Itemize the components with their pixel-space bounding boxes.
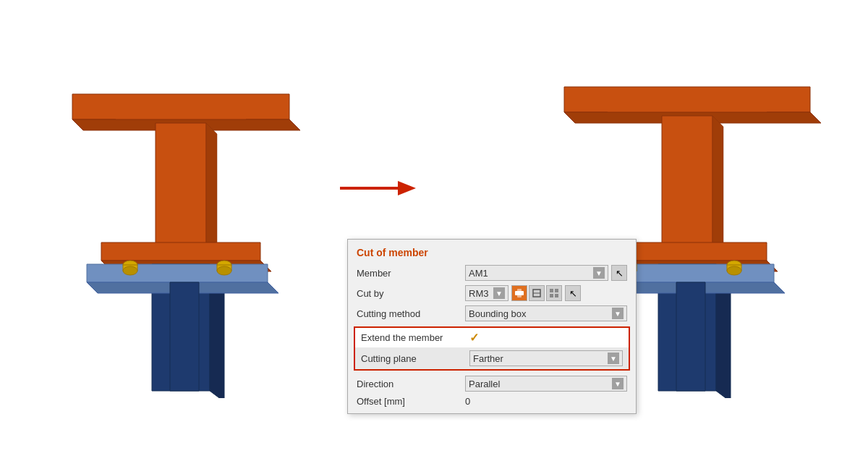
svg-marker-8 <box>87 264 268 282</box>
svg-point-13 <box>123 266 137 275</box>
cut-by-cursor-icon[interactable]: ↖ <box>565 285 581 301</box>
cut-by-icon-3[interactable] <box>546 285 562 301</box>
cutting-plane-row: Cutting plane Farther ▼ <box>355 347 629 369</box>
cutting-plane-select[interactable]: Farther ▼ <box>469 350 623 366</box>
cut-by-icon-2[interactable] <box>529 285 545 301</box>
cut-by-row: Cut by RM3 ▼ ↖ <box>348 283 636 303</box>
svg-rect-42 <box>550 294 553 297</box>
direction-label: Direction <box>357 379 465 389</box>
direction-select[interactable]: Parallel ▼ <box>465 376 627 392</box>
svg-marker-19 <box>564 87 810 116</box>
cut-of-member-dialog: Cut of member Member AM1 ▼ ↖ Cut by RM3 … <box>347 239 637 414</box>
extend-member-check: ✓ <box>469 331 623 345</box>
svg-marker-10 <box>170 282 199 391</box>
direction-row: Direction Parallel ▼ <box>348 373 636 394</box>
svg-marker-18 <box>398 181 416 195</box>
cutting-plane-dropdown-arrow[interactable]: ▼ <box>608 352 619 364</box>
cut-by-toolbar <box>511 285 562 301</box>
svg-rect-40 <box>550 289 553 292</box>
cut-by-dropdown-arrow[interactable]: ▼ <box>493 287 505 299</box>
left-beam-svg <box>43 36 318 398</box>
cutting-method-value: Bounding box <box>469 308 612 319</box>
member-row: Member AM1 ▼ ↖ <box>348 263 636 283</box>
dialog-title: Cut of member <box>348 240 636 263</box>
member-dropdown-arrow[interactable]: ▼ <box>593 267 605 279</box>
svg-marker-0 <box>72 94 289 123</box>
offset-row: Offset [mm] 0 <box>348 394 636 409</box>
svg-rect-41 <box>555 289 558 292</box>
member-cursor-icon[interactable]: ↖ <box>611 265 627 281</box>
arrow-svg <box>333 174 420 203</box>
member-select[interactable]: AM1 ▼ <box>465 265 608 281</box>
cut-by-select[interactable]: RM3 ▼ <box>465 285 509 301</box>
cutting-method-label: Cutting method <box>357 308 465 319</box>
offset-label: Offset [mm] <box>357 396 465 407</box>
member-value: AM1 <box>469 268 593 279</box>
cut-by-label: Cut by <box>357 288 465 299</box>
direction-value: Parallel <box>469 379 612 389</box>
svg-marker-29 <box>676 282 705 391</box>
cut-by-icon-1[interactable] <box>511 285 527 301</box>
svg-marker-21 <box>662 116 712 246</box>
svg-marker-4 <box>101 242 260 261</box>
cut-by-value: RM3 <box>469 288 493 299</box>
extend-member-row: Extend the member ✓ <box>355 328 629 347</box>
cutting-method-dropdown-arrow[interactable]: ▼ <box>612 308 624 319</box>
svg-marker-3 <box>206 123 217 257</box>
left-beam <box>43 36 318 398</box>
svg-rect-43 <box>555 294 558 297</box>
svg-point-16 <box>217 266 231 275</box>
cutting-plane-value: Farther <box>473 353 608 364</box>
svg-point-35 <box>727 266 741 275</box>
cutting-plane-label: Cutting plane <box>361 353 469 364</box>
direction-dropdown-arrow[interactable]: ▼ <box>612 378 624 389</box>
offset-value: 0 <box>465 396 627 407</box>
checkmark-icon: ✓ <box>469 332 479 344</box>
transition-arrow <box>333 174 420 203</box>
member-label: Member <box>357 268 465 279</box>
extend-member-label: Extend the member <box>361 332 469 343</box>
cutting-method-row: Cutting method Bounding box ▼ <box>348 303 636 324</box>
highlighted-section: Extend the member ✓ Cutting plane Farthe… <box>354 326 630 371</box>
svg-marker-2 <box>156 123 206 246</box>
cutting-method-select[interactable]: Bounding box ▼ <box>465 305 627 321</box>
svg-marker-22 <box>712 116 723 257</box>
svg-rect-37 <box>517 289 522 297</box>
